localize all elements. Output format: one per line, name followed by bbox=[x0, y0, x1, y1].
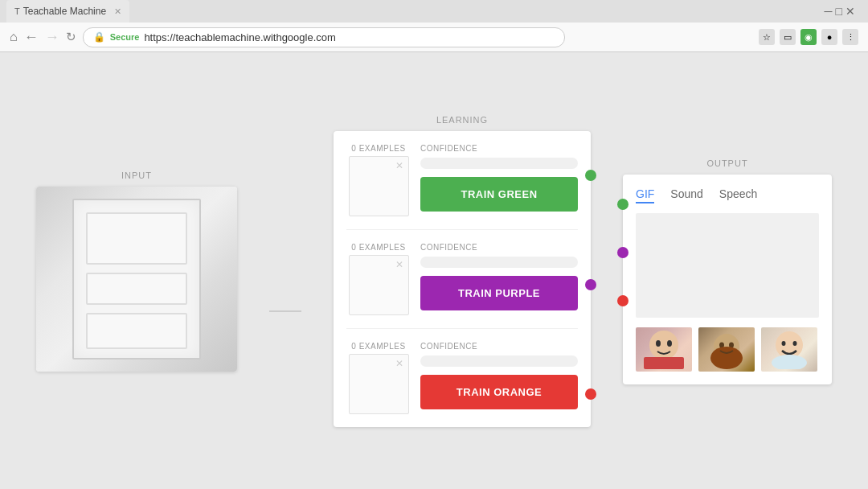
url-text: https://teachablemachine.withgoogle.com bbox=[144, 31, 335, 43]
output-dot-green bbox=[617, 199, 628, 210]
back-icon[interactable]: ← bbox=[24, 29, 39, 46]
connector-line bbox=[269, 310, 301, 312]
connector-dot-red bbox=[585, 388, 596, 400]
svg-point-7 bbox=[710, 347, 743, 369]
input-label: INPUT bbox=[121, 171, 152, 180]
examples-box-orange: ✕ bbox=[349, 354, 409, 414]
class-row-green: 0 EXAMPLES ✕ CONFIDENCE TRAIN GREEN bbox=[346, 144, 578, 230]
forward-icon[interactable]: → bbox=[45, 29, 59, 46]
thumbnail-3[interactable] bbox=[761, 327, 817, 372]
main-content: INPUT LEARNING 0 EXAMPLES bbox=[0, 52, 868, 489]
thumbnail-face-3 bbox=[761, 327, 817, 372]
door-panel-top bbox=[86, 212, 187, 265]
door-image bbox=[72, 199, 201, 360]
profile-icon[interactable]: ● bbox=[821, 29, 837, 45]
tab-favicon: T bbox=[14, 6, 20, 16]
svg-point-10 bbox=[793, 341, 797, 346]
svg-point-1 bbox=[656, 340, 661, 347]
train-green-button[interactable]: TRAIN GREEN bbox=[420, 177, 578, 212]
learning-card: 0 EXAMPLES ✕ CONFIDENCE TRAIN GREEN 0 E bbox=[334, 131, 591, 427]
camera-feed bbox=[36, 187, 237, 372]
confidence-label-green: CONFIDENCE bbox=[420, 144, 578, 153]
class-row-orange: 0 EXAMPLES ✕ CONFIDENCE TRAIN ORANGE bbox=[346, 342, 578, 414]
examples-section-purple: 0 EXAMPLES ✕ bbox=[346, 243, 411, 315]
examples-box-purple: ✕ bbox=[349, 255, 409, 315]
training-purple: CONFIDENCE TRAIN PURPLE bbox=[420, 243, 578, 310]
tab-sound[interactable]: Sound bbox=[670, 187, 702, 203]
tab-title: Teachable Machine bbox=[23, 6, 106, 17]
svg-point-9 bbox=[782, 341, 786, 346]
extensions-icon[interactable]: ◉ bbox=[800, 29, 817, 45]
training-orange: CONFIDENCE TRAIN ORANGE bbox=[420, 342, 578, 409]
class-row-purple: 0 EXAMPLES ✕ CONFIDENCE TRAIN PURPLE bbox=[346, 243, 578, 329]
browser-tab[interactable]: T Teachable Machine ✕ bbox=[6, 0, 129, 23]
title-bar: T Teachable Machine ✕ ─ □ ✕ bbox=[0, 0, 868, 23]
url-bar[interactable]: 🔒 Secure https://teachablemachine.withgo… bbox=[83, 27, 565, 47]
confidence-bar-orange bbox=[420, 355, 578, 367]
input-section: INPUT bbox=[36, 171, 237, 372]
examples-count-green: 0 EXAMPLES bbox=[351, 144, 405, 153]
thumbnail-face-2 bbox=[698, 327, 755, 372]
thumbnail-face-1 bbox=[636, 327, 692, 372]
address-bar: ⌂ ← → ↻ 🔒 Secure https://teachablemachin… bbox=[0, 23, 868, 51]
confidence-label-orange: CONFIDENCE bbox=[420, 342, 578, 351]
examples-box-green: ✕ bbox=[349, 156, 409, 216]
output-card: GIF Sound Speech bbox=[623, 175, 832, 384]
close-icon-green[interactable]: ✕ bbox=[395, 160, 403, 171]
svg-point-0 bbox=[649, 331, 678, 360]
camera-box bbox=[36, 187, 237, 372]
learning-card-wrapper: 0 EXAMPLES ✕ CONFIDENCE TRAIN GREEN 0 E bbox=[334, 131, 591, 427]
output-dot-red bbox=[617, 295, 628, 306]
training-green: CONFIDENCE TRAIN GREEN bbox=[420, 144, 578, 212]
door-panel-middle bbox=[86, 273, 187, 305]
browser-chrome: T Teachable Machine ✕ ─ □ ✕ ⌂ ← → ↻ 🔒 Se… bbox=[0, 0, 868, 52]
confidence-bar-purple bbox=[420, 257, 578, 268]
output-label: OUTPUT bbox=[706, 158, 747, 168]
output-dot-purple bbox=[617, 247, 628, 258]
thumbnail-1[interactable] bbox=[636, 327, 692, 372]
maximize-button[interactable]: □ bbox=[836, 5, 842, 18]
door-panel-bottom bbox=[86, 313, 187, 349]
examples-count-orange: 0 EXAMPLES bbox=[351, 342, 405, 351]
connector-dot-green bbox=[585, 170, 596, 181]
input-connectors bbox=[269, 230, 301, 312]
minimize-button[interactable]: ─ bbox=[825, 5, 833, 18]
examples-section-orange: 0 EXAMPLES ✕ bbox=[346, 342, 411, 414]
refresh-icon[interactable]: ↻ bbox=[66, 30, 76, 44]
tab-close[interactable]: ✕ bbox=[114, 6, 121, 17]
examples-count-purple: 0 EXAMPLES bbox=[351, 243, 405, 252]
tab-gif[interactable]: GIF bbox=[636, 187, 654, 203]
train-purple-button[interactable]: TRAIN PURPLE bbox=[420, 276, 578, 310]
connector-dot-purple bbox=[585, 279, 596, 290]
close-icon-orange[interactable]: ✕ bbox=[395, 358, 403, 369]
train-orange-button[interactable]: TRAIN ORANGE bbox=[420, 375, 578, 409]
close-button[interactable]: ✕ bbox=[845, 5, 855, 18]
output-thumbnails bbox=[636, 327, 819, 372]
secure-label: Secure bbox=[110, 32, 140, 42]
browser-actions: ☆ ▭ ◉ ● ⋮ bbox=[759, 29, 858, 45]
home-icon[interactable]: ⌂ bbox=[10, 30, 18, 44]
learning-section: LEARNING 0 EXAMPLES ✕ CONFIDENCE TRAIN G… bbox=[334, 115, 591, 427]
settings-icon[interactable]: ⋮ bbox=[842, 29, 858, 45]
bookmark-icon[interactable]: ☆ bbox=[759, 29, 775, 45]
svg-rect-3 bbox=[644, 357, 684, 369]
examples-section-green: 0 EXAMPLES ✕ bbox=[346, 144, 411, 216]
confidence-label-purple: CONFIDENCE bbox=[420, 243, 578, 252]
svg-point-2 bbox=[667, 340, 672, 347]
cast-icon[interactable]: ▭ bbox=[780, 29, 796, 45]
close-icon-purple[interactable]: ✕ bbox=[395, 259, 403, 270]
output-tabs: GIF Sound Speech bbox=[636, 187, 819, 203]
thumbnail-2[interactable] bbox=[698, 327, 755, 372]
svg-point-11 bbox=[772, 355, 807, 369]
lock-icon: 🔒 bbox=[93, 31, 105, 43]
output-card-wrapper: GIF Sound Speech bbox=[623, 175, 832, 384]
tab-speech[interactable]: Speech bbox=[719, 187, 757, 203]
output-display bbox=[636, 213, 819, 318]
confidence-bar-green bbox=[420, 158, 578, 169]
output-section: OUTPUT GIF Sound Speech bbox=[623, 158, 832, 384]
learning-label: LEARNING bbox=[436, 115, 488, 125]
